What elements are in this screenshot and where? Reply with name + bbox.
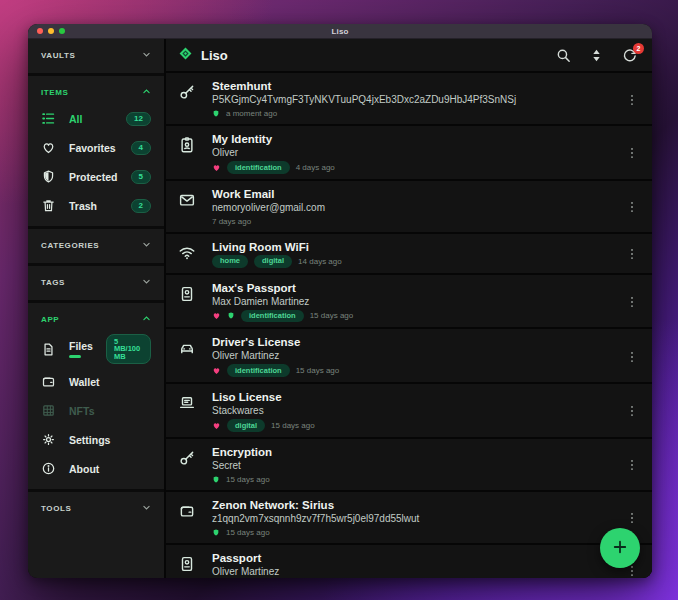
plus-icon: [611, 538, 629, 559]
item-menu-button[interactable]: [624, 458, 640, 472]
item-timestamp: a moment ago: [226, 109, 277, 118]
item-title: Zenon Network: Sirius: [212, 499, 624, 511]
item-menu-button[interactable]: [624, 350, 640, 364]
item-meta: identification15 days ago: [212, 364, 624, 377]
sidebar-item-settings[interactable]: Settings: [28, 425, 164, 454]
item-timestamp: 4 days ago: [296, 163, 335, 172]
chevron-down-icon: [142, 50, 151, 61]
item-timestamp: 15 days ago: [310, 311, 354, 320]
list-item[interactable]: Liso License Stackwares digital15 days a…: [166, 384, 652, 439]
sort-button[interactable]: [588, 47, 605, 64]
window-titlebar: Liso: [28, 24, 652, 39]
list-item[interactable]: Work Email nemoryoliver@gmail.com 7 days…: [166, 181, 652, 234]
tag-pill[interactable]: digital: [227, 419, 265, 432]
sidebar-item-protected[interactable]: Protected 5: [28, 162, 164, 191]
info-icon: [41, 461, 56, 476]
sidebar-item-label: NFTs: [69, 405, 94, 417]
wallet-icon: [41, 374, 56, 389]
sidebar-item-nfts[interactable]: NFTs: [28, 396, 164, 425]
item-menu-button[interactable]: [624, 146, 640, 160]
sidebar-item-label: Wallet: [69, 376, 100, 388]
sidebar-item-label: Settings: [69, 434, 110, 446]
item-menu-button[interactable]: [624, 404, 640, 418]
protected-shield-icon: [212, 475, 220, 484]
count-badge: 12: [126, 112, 151, 126]
sidebar-section-vaults[interactable]: VAULTS: [28, 43, 164, 67]
tag-pill[interactable]: digital: [254, 255, 292, 268]
sidebar-section-tools[interactable]: TOOLS: [28, 496, 164, 520]
item-timestamp: 15 days ago: [226, 475, 270, 484]
item-meta: 15 days ago: [212, 474, 624, 485]
item-subtitle: nemoryoliver@gmail.com: [212, 202, 624, 213]
item-title: Liso License: [212, 391, 624, 403]
item-subtitle: Stackwares: [212, 405, 624, 416]
item-menu-button[interactable]: [624, 511, 640, 525]
item-meta: 7 days ago: [212, 216, 624, 227]
list-item[interactable]: Living Room WiFi homedigital14 days ago: [166, 234, 652, 275]
tag-pill[interactable]: identification: [227, 161, 290, 174]
refresh-button[interactable]: 2: [621, 47, 638, 64]
key-icon: [178, 80, 212, 105]
item-subtitle: Secret: [212, 460, 624, 471]
tag-pill[interactable]: identification: [227, 364, 290, 377]
grid-icon: [41, 403, 56, 418]
list-item[interactable]: Max's Passport Max Damien Martinez ident…: [166, 275, 652, 330]
sidebar-item-trash[interactable]: Trash 2: [28, 191, 164, 220]
item-subtitle: Oliver: [212, 147, 624, 158]
item-menu-button[interactable]: [624, 200, 640, 214]
protected-shield-icon: [212, 528, 220, 537]
item-meta: digital15 days ago: [212, 419, 624, 432]
tag-pill[interactable]: home: [212, 255, 248, 268]
sidebar-item-label: Favorites: [69, 142, 116, 154]
chevron-down-icon: [142, 240, 151, 251]
item-subtitle: Max Damien Martinez: [212, 296, 624, 307]
count-badge: 4: [131, 141, 151, 155]
item-subtitle: P5KGjmCy4TvmgF3TyNKVTuuPQ4jxEb3Dxc2aZDu9…: [212, 94, 624, 105]
close-window-button[interactable]: [37, 28, 43, 34]
list-item[interactable]: My Identity Oliver identification4 days …: [166, 126, 652, 181]
passport-icon: [178, 282, 212, 307]
sidebar-section-items[interactable]: ITEMS: [28, 80, 164, 104]
refresh-alert-badge: 2: [633, 43, 644, 54]
trash-icon: [41, 198, 56, 213]
item-meta: a moment ago: [212, 108, 624, 119]
shield-icon: [41, 169, 56, 184]
sidebar-item-wallet[interactable]: Wallet: [28, 367, 164, 396]
envelope-icon: [178, 188, 212, 213]
passport-icon: [178, 552, 212, 577]
list-item[interactable]: Zenon Network: Sirius z1qqn2vm7xsqnnh9zv…: [166, 492, 652, 545]
list-item[interactable]: Encryption Secret 15 days ago: [166, 439, 652, 492]
car-icon: [178, 336, 212, 361]
item-menu-button[interactable]: [624, 93, 640, 107]
search-button[interactable]: [555, 47, 572, 64]
document-icon: [41, 342, 56, 357]
item-title: Driver's License: [212, 336, 624, 348]
sidebar-section-tags[interactable]: TAGS: [28, 270, 164, 294]
sidebar-section-categories[interactable]: CATEGORIES: [28, 233, 164, 257]
app-name: Liso: [201, 48, 228, 63]
list-item[interactable]: Passport Oliver Martinez 15 days ago: [166, 545, 652, 578]
add-item-button[interactable]: [600, 528, 640, 568]
sidebar-item-all[interactable]: All 12: [28, 104, 164, 133]
item-menu-button[interactable]: [624, 295, 640, 309]
sort-icon: [588, 47, 605, 64]
list-item[interactable]: Driver's License Oliver Martinez identif…: [166, 329, 652, 384]
zoom-window-button[interactable]: [59, 28, 65, 34]
minimize-window-button[interactable]: [48, 28, 54, 34]
sidebar-item-about[interactable]: About: [28, 454, 164, 483]
favorite-heart-icon: [212, 421, 221, 430]
sidebar-section-app[interactable]: APP: [28, 307, 164, 331]
chevron-down-icon: [142, 277, 151, 288]
sidebar-item-favorites[interactable]: Favorites 4: [28, 133, 164, 162]
sidebar-item-files[interactable]: Files 5 MB/100 MB: [28, 331, 164, 367]
list-item[interactable]: Steemhunt P5KGjmCy4TvmgF3TyNKVTuuPQ4jxEb…: [166, 73, 652, 126]
item-timestamp: 7 days ago: [212, 217, 251, 226]
wifi-icon: [178, 241, 212, 266]
app-brand: Liso: [178, 46, 228, 65]
storage-badge: 5 MB/100 MB: [106, 334, 151, 364]
item-menu-button[interactable]: [624, 247, 640, 261]
item-meta: identification4 days ago: [212, 161, 624, 174]
item-title: My Identity: [212, 133, 624, 145]
count-badge: 2: [131, 199, 151, 213]
tag-pill[interactable]: identification: [241, 310, 304, 323]
